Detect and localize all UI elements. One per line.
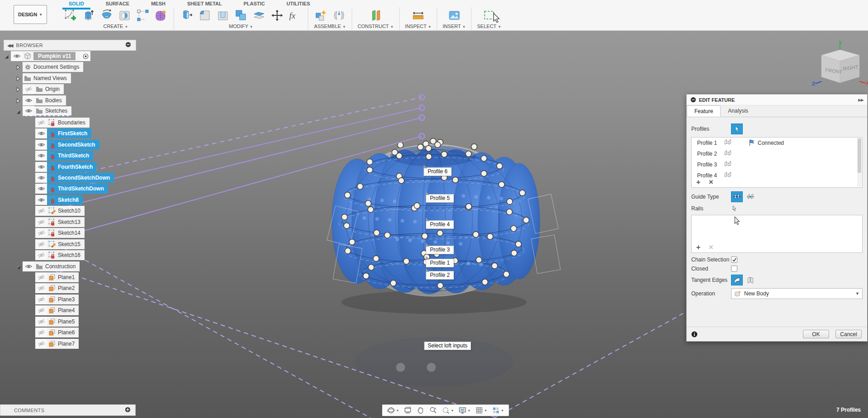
tree-item-plane4[interactable]: Plane4 (28, 305, 79, 315)
tree-item-sketch16[interactable]: Sketch16 (28, 250, 85, 260)
tree-item-sketches[interactable]: Sketches (15, 106, 71, 116)
visibility-toggle[interactable] (23, 106, 34, 116)
ok-button[interactable]: OK (803, 330, 829, 338)
form-icon[interactable] (154, 8, 168, 23)
extrude-icon[interactable] (81, 8, 96, 23)
fillet-icon[interactable] (198, 8, 212, 23)
dialog-tab-feature[interactable]: Feature (687, 105, 721, 117)
activate-component-radio[interactable] (80, 51, 90, 61)
visibility-toggle[interactable] (23, 84, 34, 94)
tree-item-named-views[interactable]: Named Views (15, 73, 71, 83)
info-icon[interactable] (691, 331, 698, 337)
visibility-toggle[interactable] (35, 206, 47, 216)
combine-icon[interactable] (234, 8, 248, 23)
visibility-toggle[interactable] (35, 283, 47, 293)
fit-icon[interactable]: ▼ (440, 405, 456, 415)
ribbon-tab-mesh[interactable]: MESH (140, 0, 176, 7)
tree-item-secondsketchdown[interactable]: SecondSketchDown (28, 173, 114, 183)
profile-list-row[interactable]: Profile 4 (692, 170, 862, 181)
tree-item-sketch13[interactable]: Sketch13 (28, 217, 85, 227)
visibility-toggle[interactable] (35, 184, 47, 194)
pan-icon[interactable] (415, 405, 426, 415)
visibility-toggle[interactable] (35, 272, 47, 282)
tree-item-plane5[interactable]: Plane5 (28, 317, 79, 327)
tree-item-sketch8[interactable]: Sketch8 (28, 195, 83, 205)
expand-icon[interactable] (15, 75, 22, 81)
visibility-toggle[interactable] (35, 339, 47, 349)
guide-type-rails-button[interactable] (731, 191, 743, 202)
guide-type-centerline-button[interactable] (745, 191, 756, 202)
tree-item-plane3[interactable]: Plane3 (28, 294, 79, 304)
cancel-button[interactable]: Cancel (835, 330, 862, 338)
orbit-icon[interactable]: ▼ (385, 405, 401, 415)
collapse-browser-icon[interactable]: ◀◀ (7, 43, 12, 48)
profile-label-flag[interactable]: Profile 3 (426, 246, 454, 254)
browser-header[interactable]: ◀◀ BROWSER (4, 40, 136, 51)
press-pull-icon[interactable] (179, 8, 194, 23)
comments-panel[interactable]: COMMENTS (0, 404, 136, 416)
tree-item-fourthsketch[interactable]: FourthSketch (28, 162, 97, 172)
collapse-icon[interactable] (15, 263, 22, 270)
tangent-edges-merged-button[interactable] (731, 275, 743, 285)
ribbon-group-label[interactable]: ASSEMBLE ▼ (314, 24, 346, 29)
expand-icon[interactable] (15, 64, 22, 70)
visibility-toggle[interactable] (35, 195, 47, 205)
tree-item-thirdsketch[interactable]: ThirdSketch (28, 151, 93, 161)
ribbon-tab-surface[interactable]: SURFACE (95, 0, 141, 7)
ribbon-tab-plastic[interactable]: PLASTIC (233, 0, 276, 7)
tree-item-plane7[interactable]: Plane7 (28, 339, 79, 349)
look-at-icon[interactable] (402, 405, 414, 415)
ribbon-tab-sheet-metal[interactable]: SHEET METAL (176, 0, 233, 7)
measure-icon[interactable] (411, 8, 425, 23)
tree-item-bodies[interactable]: Bodies (15, 95, 66, 105)
view-cube[interactable]: Y Z X FRONT RIGHT (811, 40, 868, 92)
tree-item-thirdsketchdown[interactable]: ThirdSketchDown (28, 184, 108, 194)
ribbon-group-label[interactable]: INSERT ▼ (443, 24, 466, 29)
tree-item-plane1[interactable]: Plane1 (28, 272, 79, 282)
tree-item-plane2[interactable]: Plane2 (28, 283, 79, 293)
profile-label-flag[interactable]: Profile 4 (426, 220, 454, 229)
visibility-toggle[interactable] (23, 261, 34, 271)
visibility-toggle[interactable] (35, 228, 47, 238)
ribbon-group-label[interactable]: MODIFY ▼ (229, 24, 253, 29)
remove-profile-button[interactable]: ✕ (708, 179, 713, 185)
tree-item-construction[interactable]: Construction (15, 261, 80, 271)
expand-icon[interactable] (15, 86, 22, 92)
operation-dropdown[interactable]: New Body ▼ (731, 288, 863, 299)
hole-icon[interactable] (118, 8, 132, 23)
remove-rail-button[interactable]: ✕ (708, 244, 713, 251)
move-icon[interactable] (270, 8, 284, 23)
profile-label-flag[interactable]: Profile 1 (426, 259, 454, 267)
visibility-toggle[interactable] (35, 217, 47, 227)
workspace-switcher[interactable]: DESIGN ▼ (14, 5, 47, 24)
collapse-icon[interactable] (15, 108, 22, 114)
ribbon-group-label[interactable]: CONSTRUCT ▼ (358, 24, 394, 29)
collapse-icon[interactable] (4, 53, 10, 59)
visibility-toggle[interactable] (35, 317, 47, 327)
visibility-toggle[interactable] (35, 250, 47, 260)
tree-item-sketch10[interactable]: Sketch10 (28, 206, 85, 216)
ribbon-tab-utilities[interactable]: UTILITIES (276, 0, 321, 7)
tree-item-origin[interactable]: Origin (15, 84, 64, 94)
profile-list-row[interactable]: Profile 2 (692, 148, 862, 159)
tree-item-boundaries[interactable]: Boundaries (28, 118, 90, 128)
visibility-toggle[interactable] (35, 128, 47, 138)
new-component-icon[interactable] (314, 8, 328, 23)
visibility-toggle[interactable] (35, 173, 47, 183)
expand-dialog-icon[interactable]: ▶▶ (858, 98, 863, 102)
pattern-icon[interactable] (136, 8, 150, 23)
visibility-toggle[interactable] (35, 151, 47, 161)
visibility-toggle[interactable] (11, 51, 23, 61)
zoom-icon[interactable]: ± (427, 405, 439, 415)
construction-plane-icon[interactable] (368, 8, 383, 23)
profile-label-flag[interactable]: Profile 5 (426, 194, 454, 203)
split-icon[interactable] (252, 8, 266, 23)
visibility-toggle[interactable] (35, 140, 47, 150)
ribbon-tab-solid[interactable]: SOLID (58, 0, 95, 7)
tree-item-firstsketch[interactable]: FirstSketch (28, 128, 91, 138)
visibility-toggle[interactable] (23, 95, 34, 105)
tree-item-plane6[interactable]: Plane6 (28, 328, 79, 337)
tree-item-secondsketch[interactable]: SecondSketch (28, 140, 99, 150)
viewports-icon[interactable]: ▼ (490, 405, 506, 415)
tree-item-sketch14[interactable]: Sketch14 (28, 228, 85, 238)
